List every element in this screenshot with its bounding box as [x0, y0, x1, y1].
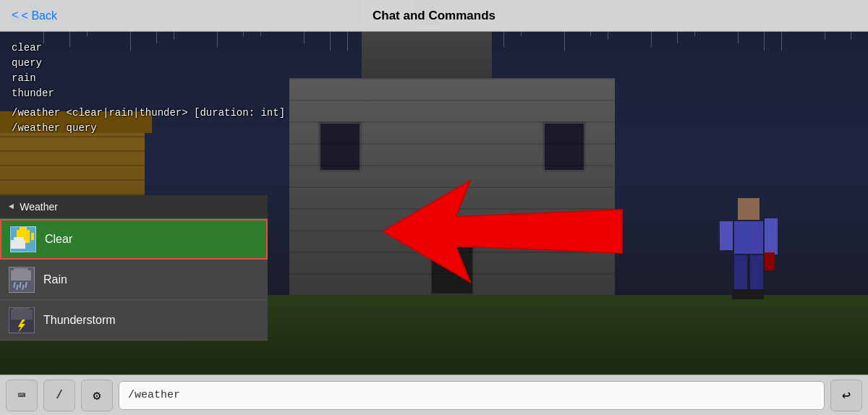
chat-line-clear: clear — [12, 40, 350, 56]
clear-label: Clear — [45, 233, 72, 246]
svg-rect-4 — [765, 252, 775, 270]
svg-rect-25 — [13, 308, 29, 314]
svg-rect-17 — [14, 268, 28, 274]
svg-rect-2 — [720, 221, 733, 250]
thunderstorm-label: Thunderstorm — [43, 314, 116, 327]
chat-line-thunder: thunder — [12, 86, 350, 101]
rain-label: Rain — [43, 273, 67, 286]
svg-rect-3 — [765, 218, 778, 254]
weather-panel-header: ◄ Weather — [0, 195, 268, 219]
weather-back-icon: ◄ — [9, 202, 14, 212]
svg-rect-6 — [750, 255, 763, 291]
svg-rect-14 — [14, 237, 24, 243]
chat-output: clear query rain thunder /weather <clear… — [0, 32, 362, 145]
command-input[interactable] — [119, 381, 825, 410]
back-label[interactable]: < Back — [22, 9, 57, 22]
rain-weather-icon — [9, 267, 35, 293]
clear-weather-icon — [10, 226, 36, 252]
weather-item-thunderstorm[interactable]: Thunderstorm — [0, 300, 268, 341]
keyboard-button[interactable]: ⌨ — [6, 380, 38, 411]
chat-hint-2: /weather query — [12, 121, 350, 136]
svg-rect-12 — [31, 233, 34, 240]
player-figure — [716, 198, 781, 299]
header: < < Back Chat and Commands — [0, 0, 868, 32]
weather-panel-title: Weather — [20, 201, 58, 213]
chat-line-rain: rain — [12, 71, 350, 86]
svg-rect-0 — [738, 198, 760, 220]
chat-hint-1: /weather <clear|rain|thunder> [duration:… — [12, 106, 350, 121]
svg-rect-1 — [734, 221, 763, 254]
weather-item-clear[interactable]: Clear — [0, 219, 268, 260]
pencil-button[interactable]: / — [43, 380, 75, 411]
back-chevron-icon: < — [12, 9, 19, 22]
svg-rect-5 — [734, 255, 747, 291]
chat-line-query: query — [12, 56, 350, 71]
svg-rect-11 — [20, 227, 27, 230]
keyboard-icon: ⌨ — [18, 388, 26, 403]
send-button[interactable]: ↩ — [830, 380, 862, 411]
thunder-weather-icon — [9, 307, 35, 333]
settings-button[interactable]: ⚙ — [81, 380, 113, 411]
gear-icon: ⚙ — [93, 388, 101, 403]
bottom-toolbar: ⌨ / ⚙ ↩ — [0, 375, 868, 415]
back-button[interactable]: < < Back — [12, 9, 57, 22]
weather-item-rain[interactable]: Rain — [0, 260, 268, 300]
weather-panel: ◄ Weather Clear — [0, 195, 268, 341]
svg-rect-8 — [748, 289, 764, 299]
header-title: Chat and Commands — [373, 9, 495, 23]
pencil-icon: / — [56, 389, 63, 402]
svg-rect-7 — [732, 289, 748, 299]
send-icon: ↩ — [842, 386, 851, 404]
